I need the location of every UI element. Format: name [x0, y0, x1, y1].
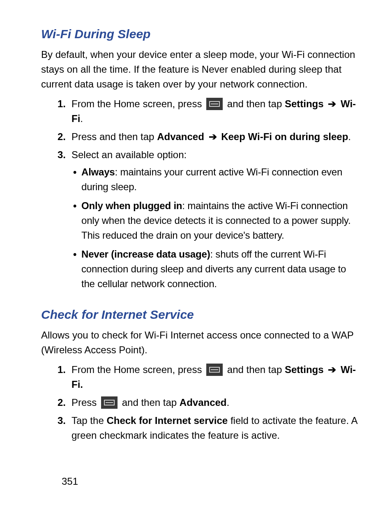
step-body: From the Home screen, press and then tap…: [71, 362, 359, 392]
section-title-wifi-sleep: Wi-Fi During Sleep: [41, 25, 359, 43]
step-text: From the Home screen, press: [71, 364, 205, 375]
step-number: 1.: [41, 362, 71, 377]
step-number: 1.: [41, 97, 71, 111]
step-text: and then tap: [227, 98, 285, 109]
section2-steps: 1. From the Home screen, press and then …: [41, 362, 359, 443]
step-text: Select an available option:: [71, 149, 187, 160]
step-body: Press and then tap Advanced ➔ Keep Wi-Fi…: [71, 129, 359, 144]
manual-page: Wi-Fi During Sleep By default, when your…: [0, 0, 392, 532]
page-number: 351: [62, 474, 78, 489]
step-text: Press: [71, 397, 99, 408]
option-never: Never (increase data usage): shuts off t…: [71, 247, 359, 291]
check-internet-label: Check for Internet service: [106, 415, 228, 426]
step-body: Tap the Check for Internet service field…: [71, 413, 359, 443]
step-number: 3.: [41, 147, 71, 162]
option-always: Always: maintains your current active Wi…: [71, 165, 359, 194]
step-number: 3.: [41, 413, 71, 428]
menu-icon: [206, 98, 223, 110]
menu-icon: [206, 364, 223, 376]
arrow-icon: ➔: [326, 362, 338, 377]
option-label: Always: [81, 166, 115, 177]
section1-steps: 1. From the Home screen, press and then …: [41, 97, 359, 295]
step-number: 2.: [41, 395, 71, 410]
period: .: [348, 131, 351, 142]
step-number: 2.: [41, 129, 71, 144]
section2-intro: Allows you to check for Wi-Fi Internet a…: [41, 328, 359, 357]
step-text: Press and then tap: [71, 131, 157, 142]
step-text: and then tap: [227, 364, 285, 375]
step-body: Press and then tap Advanced.: [71, 395, 359, 410]
option-label: Never (increase data usage): [81, 249, 210, 260]
step-text: Tap the: [71, 415, 106, 426]
option-plugged-in: Only when plugged in: maintains the acti…: [71, 198, 359, 243]
options-list: Always: maintains your current active Wi…: [71, 165, 359, 291]
step-text: From the Home screen, press: [71, 98, 205, 109]
section1-intro: By default, when your device enter a sle…: [41, 47, 359, 92]
period: .: [80, 113, 83, 124]
section-title-check-internet: Check for Internet Service: [41, 305, 359, 324]
arrow-icon: ➔: [326, 97, 338, 111]
period: .: [227, 397, 230, 408]
step-body: Select an available option: Always: main…: [71, 147, 359, 295]
step-text: and then tap: [122, 397, 180, 408]
settings-label: Settings: [285, 98, 324, 109]
advanced-label: Advanced: [180, 397, 227, 408]
option-label: Only when plugged in: [81, 200, 182, 211]
advanced-label: Advanced: [157, 131, 204, 142]
keep-wifi-label: Keep Wi-Fi on during sleep: [221, 131, 348, 142]
option-desc: : maintains your current active Wi-Fi co…: [81, 166, 342, 192]
step-body: From the Home screen, press and then tap…: [71, 97, 359, 126]
settings-label: Settings: [285, 364, 324, 375]
menu-icon: [101, 396, 118, 409]
arrow-icon: ➔: [207, 129, 219, 144]
